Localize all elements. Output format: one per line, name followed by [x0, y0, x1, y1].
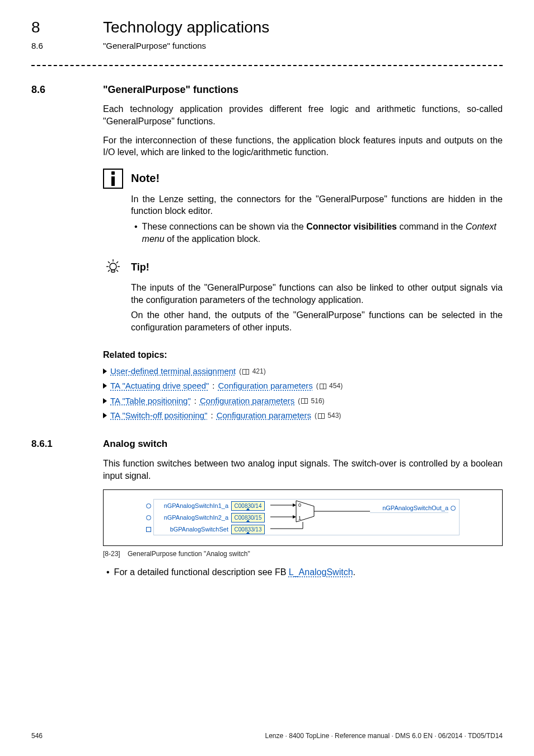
bool-port-icon — [146, 527, 151, 532]
code-box-in2: C00830/15 — [231, 513, 265, 522]
svg-line-5 — [108, 262, 110, 263]
body-paragraph: This function switches between two analo… — [103, 458, 503, 482]
section-heading: "GeneralPurpose" functions — [103, 83, 238, 96]
related-link[interactable]: TA "Table positioning" — [110, 395, 191, 407]
analog-switch-diagram: nGPAnalogSwitchIn1_a C00830/14 nGPAnalog… — [146, 500, 460, 535]
code-box-in1: C00830/14 — [231, 501, 265, 511]
tip-block: Tip! The inputs of the "GeneralPurpose" … — [103, 257, 503, 333]
related-item: TA "Table positioning": Configuration pa… — [103, 395, 503, 407]
figure-caption-text: GeneralPurpose function "Analog switch" — [128, 550, 250, 558]
related-sep: : — [212, 380, 214, 391]
lightbulb-icon — [103, 257, 123, 277]
svg-line-7 — [108, 270, 110, 272]
note-body-text: In the Lenze setting, the connectors for… — [131, 193, 503, 217]
related-topics-heading: Related topics: — [103, 349, 503, 361]
svg-point-0 — [110, 263, 116, 270]
page-ref-number: 543 — [327, 412, 339, 419]
tip-title: Tip! — [131, 260, 149, 274]
page-ref-number: 421 — [252, 367, 264, 375]
related-item: TA "Switch-off positioning": Configurati… — [103, 410, 503, 421]
input-port-icon — [146, 515, 151, 520]
figure-id: [8-23] — [103, 550, 120, 558]
chapter-number: 8 — [31, 17, 76, 38]
fb-ref-pre: For a detailed functional description se… — [114, 567, 289, 577]
related-link[interactable]: TA "Actuating drive speed" — [110, 380, 209, 391]
triangle-bullet-icon — [103, 368, 107, 374]
related-link[interactable]: Configuration parameters — [217, 410, 311, 421]
page-ref: ( 454) — [316, 381, 343, 390]
mux-one-label: 1 — [298, 515, 301, 521]
page-ref-number: 516 — [311, 397, 322, 405]
fb-ref-post: . — [353, 567, 355, 577]
body-paragraph: Each technology application provides dif… — [103, 103, 503, 127]
note-bullet: • These connections can be shown via the… — [134, 221, 503, 245]
fb-ref-bullet: • For a detailed functional description … — [106, 566, 503, 578]
triangle-bullet-icon — [103, 383, 107, 389]
book-icon — [318, 413, 325, 419]
subsection-heading: Analog switch — [103, 438, 167, 451]
signal-label-out: nGPAnalogSwitchOut_a — [370, 504, 448, 513]
signal-label-set: bGPAnalogSwitchSet — [153, 525, 229, 534]
note-block: Note! In the Lenze setting, the connecto… — [103, 169, 503, 245]
note-bullet-bold: Connector visibilities — [306, 222, 397, 231]
triangle-bullet-icon — [103, 413, 107, 418]
related-sep: : — [194, 395, 196, 407]
related-item: TA "Actuating drive speed": Configuratio… — [103, 380, 503, 391]
section-number: 8.6 — [31, 83, 76, 96]
input-port-icon — [146, 503, 151, 508]
body-paragraph: For the interconnection of these functio… — [103, 134, 503, 158]
fb-link[interactable]: L_AnalogSwitch — [289, 567, 353, 577]
chapter-title: Technology applications — [103, 17, 269, 38]
related-item: User-defined terminal assignment ( 421) — [103, 366, 503, 377]
triangle-bullet-icon — [103, 398, 107, 404]
signal-label-in1: nGPAnalogSwitchIn1_a — [153, 502, 229, 510]
tip-body-paragraph: On the other hand, the outputs of the "G… — [131, 309, 503, 333]
signal-label-in2: nGPAnalogSwitchIn2_a — [153, 514, 229, 522]
page-ref-number: 454 — [329, 382, 340, 390]
page-ref: ( 421) — [239, 367, 265, 376]
bullet-dot-icon: • — [134, 221, 138, 245]
figure-frame: nGPAnalogSwitchIn1_a C00830/14 nGPAnalog… — [103, 489, 503, 546]
subsection-number: 8.6.1 — [31, 438, 76, 451]
bullet-dot-icon: • — [106, 566, 110, 578]
info-icon — [103, 169, 123, 189]
note-bullet-mid: command in the — [397, 222, 466, 231]
related-topics-list: User-defined terminal assignment ( 421) … — [103, 366, 503, 421]
tip-body-paragraph: The inputs of the "GeneralPurpose" funct… — [131, 282, 503, 306]
note-bullet-pre: These connections can be shown via the — [142, 222, 307, 231]
book-icon — [320, 384, 326, 389]
related-link[interactable]: Configuration parameters — [218, 380, 312, 391]
mux-icon: 0 1 — [270, 498, 371, 538]
note-bullet-post: of the application block. — [165, 234, 261, 244]
book-icon — [301, 398, 308, 404]
doc-footer: Lenze · 8400 TopLine · Reference manual … — [265, 731, 503, 740]
book-icon — [242, 369, 249, 375]
section-number-runhead: 8.6 — [31, 40, 76, 52]
svg-rect-1 — [111, 270, 115, 272]
note-title: Note! — [131, 171, 160, 186]
page-ref: ( 516) — [298, 396, 324, 405]
svg-line-6 — [116, 262, 118, 263]
figure-caption: [8-23] GeneralPurpose function "Analog s… — [103, 549, 503, 558]
page-ref: ( 543) — [315, 411, 341, 420]
related-link[interactable]: User-defined terminal assignment — [110, 366, 236, 377]
rule-dashed — [31, 65, 503, 66]
mux-zero-label: 0 — [298, 502, 301, 508]
related-sep: : — [211, 410, 213, 421]
code-box-set: C00833/13 — [231, 525, 265, 534]
svg-line-8 — [116, 270, 118, 272]
related-link[interactable]: TA "Switch-off positioning" — [110, 410, 208, 421]
related-link[interactable]: Configuration parameters — [200, 395, 294, 407]
page-number: 546 — [31, 731, 43, 740]
svg-marker-12 — [293, 515, 296, 519]
section-title-runhead: "GeneralPurpose" functions — [103, 40, 206, 52]
svg-marker-10 — [293, 503, 296, 507]
